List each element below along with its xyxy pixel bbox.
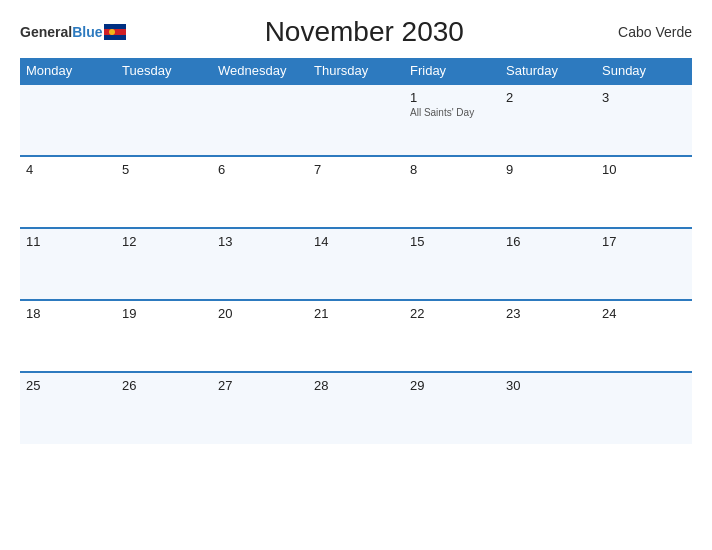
day-number: 18 <box>26 306 110 321</box>
calendar-cell <box>20 84 116 156</box>
calendar-cell: 2 <box>500 84 596 156</box>
calendar-cell: 19 <box>116 300 212 372</box>
logo-blue-text: Blue <box>72 24 102 40</box>
day-number: 17 <box>602 234 686 249</box>
day-number: 21 <box>314 306 398 321</box>
calendar-cell: 6 <box>212 156 308 228</box>
day-number: 11 <box>26 234 110 249</box>
day-number: 23 <box>506 306 590 321</box>
day-number: 22 <box>410 306 494 321</box>
day-number: 4 <box>26 162 110 177</box>
day-number: 10 <box>602 162 686 177</box>
col-thursday: Thursday <box>308 58 404 84</box>
calendar-cell: 7 <box>308 156 404 228</box>
calendar-cell: 25 <box>20 372 116 444</box>
day-number: 8 <box>410 162 494 177</box>
calendar-cell: 24 <box>596 300 692 372</box>
logo-flag-icon <box>104 24 126 40</box>
day-number: 25 <box>26 378 110 393</box>
day-number: 16 <box>506 234 590 249</box>
calendar-header: GeneralBlue November 2030 Cabo Verde <box>20 16 692 48</box>
day-number: 28 <box>314 378 398 393</box>
day-number: 27 <box>218 378 302 393</box>
calendar-cell: 13 <box>212 228 308 300</box>
logo-general-text: General <box>20 24 72 40</box>
calendar-cell: 12 <box>116 228 212 300</box>
calendar-cell: 11 <box>20 228 116 300</box>
day-number: 3 <box>602 90 686 105</box>
calendar-cell: 20 <box>212 300 308 372</box>
svg-rect-2 <box>104 35 126 40</box>
day-number: 24 <box>602 306 686 321</box>
calendar-cell: 5 <box>116 156 212 228</box>
calendar-cell: 30 <box>500 372 596 444</box>
calendar-cell: 21 <box>308 300 404 372</box>
day-number: 30 <box>506 378 590 393</box>
day-number: 12 <box>122 234 206 249</box>
calendar-cell: 28 <box>308 372 404 444</box>
col-saturday: Saturday <box>500 58 596 84</box>
col-friday: Friday <box>404 58 500 84</box>
day-number: 13 <box>218 234 302 249</box>
logo: GeneralBlue <box>20 24 126 40</box>
calendar-cell: 3 <box>596 84 692 156</box>
calendar-cell: 27 <box>212 372 308 444</box>
calendar-cell: 8 <box>404 156 500 228</box>
calendar-cell: 15 <box>404 228 500 300</box>
calendar-cell <box>212 84 308 156</box>
calendar-cell <box>596 372 692 444</box>
holiday-label: All Saints' Day <box>410 107 494 118</box>
day-number: 2 <box>506 90 590 105</box>
calendar-page: GeneralBlue November 2030 Cabo Verde Mon… <box>0 0 712 550</box>
svg-point-3 <box>109 29 115 35</box>
calendar-cell: 14 <box>308 228 404 300</box>
col-wednesday: Wednesday <box>212 58 308 84</box>
day-number: 19 <box>122 306 206 321</box>
calendar-cell <box>116 84 212 156</box>
col-monday: Monday <box>20 58 116 84</box>
calendar-week-row: 18192021222324 <box>20 300 692 372</box>
day-number: 9 <box>506 162 590 177</box>
calendar-table: Monday Tuesday Wednesday Thursday Friday… <box>20 58 692 444</box>
day-number: 26 <box>122 378 206 393</box>
day-number: 1 <box>410 90 494 105</box>
calendar-cell: 16 <box>500 228 596 300</box>
day-number: 15 <box>410 234 494 249</box>
calendar-week-row: 1All Saints' Day23 <box>20 84 692 156</box>
day-number: 29 <box>410 378 494 393</box>
day-number: 14 <box>314 234 398 249</box>
day-number: 20 <box>218 306 302 321</box>
calendar-cell: 23 <box>500 300 596 372</box>
country-label: Cabo Verde <box>602 24 692 40</box>
calendar-cell: 10 <box>596 156 692 228</box>
col-sunday: Sunday <box>596 58 692 84</box>
day-number: 5 <box>122 162 206 177</box>
calendar-cell: 4 <box>20 156 116 228</box>
svg-rect-0 <box>104 24 126 29</box>
calendar-cell <box>308 84 404 156</box>
calendar-body: 1All Saints' Day234567891011121314151617… <box>20 84 692 444</box>
calendar-week-row: 252627282930 <box>20 372 692 444</box>
calendar-header-row: Monday Tuesday Wednesday Thursday Friday… <box>20 58 692 84</box>
calendar-cell: 22 <box>404 300 500 372</box>
day-number: 6 <box>218 162 302 177</box>
calendar-week-row: 45678910 <box>20 156 692 228</box>
calendar-cell: 17 <box>596 228 692 300</box>
day-number: 7 <box>314 162 398 177</box>
calendar-cell: 9 <box>500 156 596 228</box>
col-tuesday: Tuesday <box>116 58 212 84</box>
calendar-week-row: 11121314151617 <box>20 228 692 300</box>
calendar-cell: 26 <box>116 372 212 444</box>
calendar-cell: 1All Saints' Day <box>404 84 500 156</box>
calendar-cell: 29 <box>404 372 500 444</box>
calendar-cell: 18 <box>20 300 116 372</box>
calendar-title: November 2030 <box>126 16 602 48</box>
